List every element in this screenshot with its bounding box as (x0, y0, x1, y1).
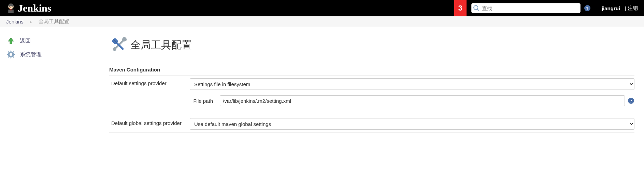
row-default-global-settings: Default global settings provider Use def… (109, 115, 634, 133)
sidebar-item-label: 系统管理 (20, 51, 42, 58)
svg-point-2 (9, 6, 10, 7)
header-sep: | (625, 5, 628, 11)
page-title: 全局工具配置 (130, 38, 192, 52)
help-icon[interactable]: ? (628, 97, 634, 104)
gear-icon (7, 50, 15, 59)
svg-point-3 (12, 6, 12, 7)
top-header: Jenkins 3 ? jiangrui | 注销 (0, 0, 644, 16)
spacer (109, 95, 190, 99)
user-link[interactable]: jiangrui (597, 5, 625, 11)
select-default-settings[interactable]: Settings file in filesystem (190, 78, 634, 90)
sidebar-item-manage[interactable]: 系统管理 (5, 48, 104, 61)
breadcrumb-current: 全局工具配置 (39, 18, 69, 25)
jenkins-logo-icon (6, 2, 16, 14)
main-content: 全局工具配置 Maven Configuration Default setti… (109, 27, 644, 141)
breadcrumb-root[interactable]: Jenkins (6, 19, 24, 25)
search-wrap (471, 3, 581, 13)
row-file-path: File path ? (109, 93, 634, 109)
search-input[interactable] (471, 3, 581, 13)
row-default-settings: Default settings provider Settings file … (109, 76, 634, 93)
label-file-path: File path (190, 98, 217, 104)
label-default-global: Default global settings provider (109, 118, 190, 128)
section-title: Maven Configuration (109, 64, 634, 76)
breadcrumb-separator-icon: ▸ (24, 19, 39, 25)
svg-rect-15 (7, 54, 8, 55)
page-title-row: 全局工具配置 (109, 35, 634, 54)
section-maven: Maven Configuration Default settings pro… (109, 64, 634, 133)
svg-text:?: ? (630, 98, 632, 103)
svg-point-21 (10, 53, 12, 56)
svg-rect-16 (14, 54, 15, 55)
svg-point-6 (10, 9, 12, 11)
notification-count[interactable]: 3 (454, 0, 467, 16)
select-default-global[interactable]: Use default maven global settings (190, 118, 634, 130)
svg-rect-14 (11, 57, 11, 59)
help-icon[interactable]: ? (584, 5, 591, 12)
notification-count-value: 3 (458, 4, 462, 13)
brand-text: Jenkins (18, 2, 51, 14)
sidebar: 返回 系统管理 (0, 27, 109, 141)
logout-link[interactable]: 注销 (628, 5, 644, 12)
sidebar-item-label: 返回 (20, 37, 31, 45)
brand-block[interactable]: Jenkins (0, 2, 51, 14)
input-file-path[interactable] (220, 95, 625, 106)
sidebar-item-back[interactable]: 返回 (5, 34, 104, 48)
svg-rect-13 (11, 50, 11, 52)
label-default-settings: Default settings provider (109, 78, 190, 88)
breadcrumb: Jenkins ▸ 全局工具配置 (0, 16, 644, 27)
svg-text:?: ? (586, 6, 589, 11)
arrow-up-icon (7, 37, 15, 45)
spacer (109, 109, 634, 115)
tools-icon (109, 35, 128, 54)
